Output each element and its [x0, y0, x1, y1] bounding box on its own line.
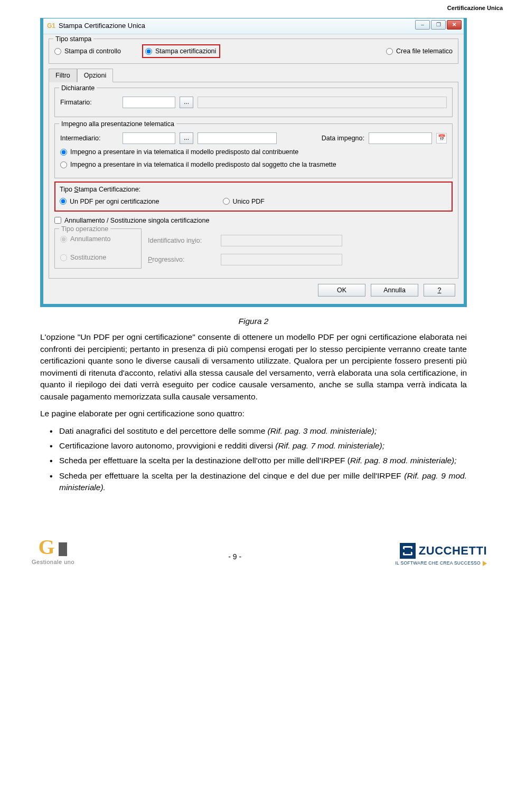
radio-impegno-contribuente-label: Impegno a presentare in via telematica i…	[70, 147, 298, 157]
radio-sostituzione-label: Sostituzione	[70, 253, 106, 262]
check-annullamento[interactable]: Annullamento / Sostituzione singola cert…	[54, 216, 209, 225]
tab-container: Filtro Opzioni Dichiarante Firmatario: .…	[49, 68, 458, 279]
highlight-tipo-stampa-cert: Tipo Stampa Certificazione: Un PDF per o…	[54, 181, 453, 211]
zucchetti-mark-icon	[400, 543, 416, 559]
list-item: Scheda per effettuare la scelta per la d…	[50, 470, 467, 494]
fieldset-tipo-operazione: Tipo operazione Annullamento S	[54, 228, 142, 268]
li-ital: (Rif. pag. 7 mod. ministeriale);	[275, 441, 384, 450]
dialog-window: G1 Stampa Certificazione Unica – ❐ ✕ Tip…	[40, 18, 467, 307]
li-text: Certificazione lavoro autonomo, provvigi…	[59, 441, 275, 450]
radio-unico-pdf-input[interactable]	[223, 198, 230, 205]
label-firmatario: Firmatario:	[60, 98, 118, 107]
lbl-progr-post: rogressivo:	[152, 256, 184, 263]
cancel-button[interactable]: Annulla	[371, 284, 418, 297]
radio-sostituzione-input	[60, 254, 67, 261]
radio-un-pdf-label: Un PDF per ogni certificazione	[70, 197, 159, 206]
radio-stampa-certificazioni-label: Stampa certificazioni	[155, 46, 216, 56]
close-button[interactable]: ✕	[447, 20, 462, 30]
legend-tipo-stampa: Tipo stampa	[53, 34, 93, 44]
radio-crea-telematico-input[interactable]	[386, 48, 393, 55]
tab-filtro-label: Filtro	[55, 72, 70, 79]
radio-stampa-controllo-input[interactable]	[54, 48, 61, 55]
label-intermediario: Intermediario:	[60, 133, 118, 143]
dialog-button-row: OK Annulla ?	[49, 279, 458, 299]
figure-caption: Figura 2	[40, 316, 467, 327]
li-ital: (Rif. pag. 3 mod. ministeriale);	[268, 426, 377, 435]
screenshot-container: G1 Stampa Certificazione Unica – ❐ ✕ Tip…	[0, 15, 507, 307]
app-icon: G1	[47, 22, 55, 30]
label-data-impegno: Data impegno:	[322, 133, 364, 143]
radio-annullamento: Annullamento	[60, 234, 110, 244]
legend-impegno: Impegno alla presentazione telematica	[59, 119, 176, 129]
page-number: - 9 -	[228, 551, 241, 566]
radio-crea-telematico-label: Crea file telematico	[396, 46, 453, 56]
arrow-icon	[483, 561, 487, 566]
bullet-list: Dati anagrafici del sostituto e del perc…	[40, 425, 467, 494]
fieldset-dichiarante: Dichiarante Firmatario: ...	[54, 88, 453, 117]
check-annullamento-label: Annullamento / Sostituzione singola cert…	[64, 216, 209, 225]
radio-annullamento-input	[60, 236, 67, 243]
input-firmatario-desc	[198, 97, 447, 108]
input-intermediario-desc[interactable]	[198, 132, 277, 144]
radio-sostituzione: Sostituzione	[60, 253, 106, 262]
lbl-tsc-u: S	[74, 186, 78, 193]
lbl-idinv-pre: Identificativo in	[148, 237, 192, 244]
li-text: Dati anagrafici del sostituto e del perc…	[59, 426, 268, 435]
logo-zucchetti: ZUCCHETTI IL SOFTWARE CHE CREA SUCCESSO	[395, 542, 487, 567]
radio-impegno-soggetto-label: Impegno a presentare in via telematica i…	[70, 160, 336, 169]
fieldset-tipo-stampa: Tipo stampa Stampa di controllo Stampa c…	[49, 39, 458, 64]
list-item: Dati anagrafici del sostituto e del perc…	[50, 425, 467, 437]
page-footer: G Gestionale uno - 9 - ZUCCHETTI IL SOFT…	[0, 499, 507, 577]
list-item: Certificazione lavoro autonomo, provvigi…	[50, 440, 467, 452]
input-id-invio	[221, 235, 342, 246]
help-button[interactable]: ?	[424, 284, 455, 297]
calendar-icon[interactable]: 📅	[436, 133, 447, 144]
paragraph-1: L'opzione "Un PDF per ogni certificazion…	[40, 331, 467, 403]
lookup-firmatario-button[interactable]: ...	[180, 97, 193, 108]
zucchetti-tag-text: IL SOFTWARE CHE CREA SUCCESSO	[395, 560, 481, 566]
radio-crea-telematico[interactable]: Crea file telematico	[386, 46, 453, 56]
input-data-impegno[interactable]	[369, 132, 432, 144]
legend-dichiarante: Dichiarante	[59, 83, 97, 93]
help-button-label: ?	[438, 285, 442, 295]
lookup-intermediario-button[interactable]: ...	[180, 132, 193, 144]
label-id-invio: Identificativo invio:	[148, 236, 217, 245]
radio-annullamento-label: Annullamento	[70, 234, 110, 244]
minimize-button[interactable]: –	[415, 20, 430, 30]
tab-opzioni[interactable]: Opzioni	[77, 69, 113, 82]
window-controls: – ❐ ✕	[415, 18, 464, 30]
lbl-tsc-pre: Tipo	[60, 186, 74, 193]
logo-gestionale-uno: G Gestionale uno	[32, 535, 74, 567]
input-progressivo	[221, 254, 342, 265]
fieldset-impegno: Impegno alla presentazione telematica In…	[54, 123, 453, 178]
radio-impegno-contribuente[interactable]: Impegno a presentare in via telematica i…	[60, 147, 298, 157]
radio-un-pdf-input[interactable]	[60, 198, 67, 205]
tab-filtro[interactable]: Filtro	[49, 69, 77, 82]
radio-stampa-certificazioni[interactable]: Stampa certificazioni	[145, 46, 216, 56]
input-intermediario-code[interactable]	[123, 132, 175, 144]
window-titlebar: G1 Stampa Certificazione Unica – ❐ ✕	[43, 18, 464, 34]
tab-panel-opzioni: Dichiarante Firmatario: ... Impegno alla…	[49, 82, 458, 279]
radio-un-pdf[interactable]: Un PDF per ogni certificazione	[60, 197, 159, 206]
check-annullamento-input[interactable]	[54, 217, 61, 224]
lbl-idinv-post: io:	[195, 237, 202, 244]
page-header: Certificazione Unica	[0, 0, 507, 15]
radio-stampa-controllo[interactable]: Stampa di controllo	[54, 46, 121, 56]
radio-impegno-contribuente-input[interactable]	[60, 149, 67, 156]
maximize-button[interactable]: ❐	[431, 20, 446, 30]
list-item: Scheda per effettuare la scelta per la d…	[50, 455, 467, 466]
radio-unico-pdf[interactable]: Unico PDF	[223, 197, 265, 206]
ok-button[interactable]: OK	[318, 284, 365, 297]
highlight-stampa-certificazioni: Stampa certificazioni	[142, 44, 220, 58]
radio-impegno-soggetto[interactable]: Impegno a presentare in via telematica i…	[60, 160, 336, 169]
window-body: Tipo stampa Stampa di controllo Stampa c…	[43, 34, 464, 304]
input-firmatario-code[interactable]	[123, 97, 175, 108]
radio-impegno-soggetto-input[interactable]	[60, 161, 67, 168]
li-text: Scheda per effettuare la scelta per la d…	[59, 456, 350, 465]
radio-stampa-certificazioni-input[interactable]	[145, 48, 152, 55]
radio-unico-pdf-label: Unico PDF	[233, 197, 265, 206]
label-tipo-stampa-cert: Tipo Stampa Certificazione:	[60, 185, 447, 194]
tab-strip: Filtro Opzioni	[49, 68, 458, 82]
label-progressivo: Progressivo:	[148, 255, 217, 264]
document-body: Figura 2 L'opzione "Un PDF per ogni cert…	[0, 307, 507, 494]
